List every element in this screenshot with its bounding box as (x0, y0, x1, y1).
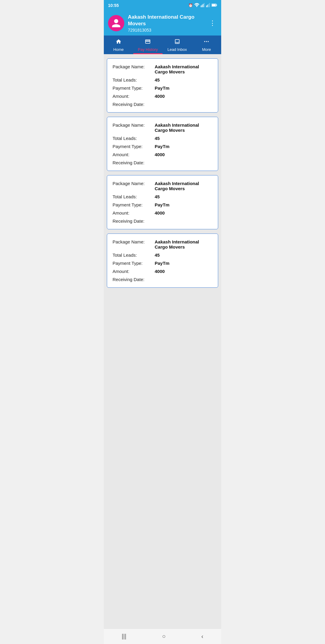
card-1-payment-value: PayTm (155, 85, 212, 91)
tab-lead-inbox[interactable]: Lead Inbox (162, 36, 192, 54)
card-3-amount-value: 4000 (155, 210, 212, 215)
card-4-package-row: Package Name: Aakash International Cargo… (113, 239, 212, 249)
card-2-leads-value: 45 (155, 136, 212, 141)
card-3-package-row: Package Name: Aakash International Cargo… (113, 181, 212, 191)
card-3-date-row: Receiving Date: (113, 218, 212, 224)
card-3-amount-row: Amount: 4000 (113, 210, 212, 215)
card-4-date-label: Receiving Date: (113, 277, 155, 282)
card-4-package-label: Package Name: (113, 239, 155, 244)
svg-rect-4 (206, 5, 207, 7)
card-2-package-value: Aakash International Cargo Movers (155, 122, 212, 133)
svg-rect-7 (209, 3, 210, 7)
header: Aakash International Cargo Movers 729181… (104, 11, 221, 36)
tab-pay-history[interactable]: Pay History (133, 36, 163, 54)
card-2-payment-label: Payment Type: (113, 144, 155, 149)
card-3-leads-value: 45 (155, 194, 212, 199)
avatar-icon (111, 18, 121, 28)
card-3-payment-value: PayTm (155, 202, 212, 207)
card-2-date-label: Receiving Date: (113, 160, 155, 165)
card-1-package-value: Aakash International Cargo Movers (155, 64, 212, 74)
battery-icon (212, 3, 217, 8)
card-icon (145, 39, 151, 46)
payment-card-2: Package Name: Aakash International Cargo… (107, 117, 218, 171)
card-2-package-label: Package Name: (113, 122, 155, 128)
wifi-icon (194, 3, 200, 8)
card-4-payment-value: PayTm (155, 261, 212, 266)
card-4-leads-value: 45 (155, 252, 212, 258)
card-1-leads-value: 45 (155, 77, 212, 82)
alarm-icon: ⏰ (188, 3, 193, 8)
card-1-date-label: Receiving Date: (113, 102, 155, 107)
card-2-amount-value: 4000 (155, 152, 212, 157)
card-4-payment-label: Payment Type: (113, 261, 155, 266)
header-info: Aakash International Cargo Movers 729181… (128, 14, 204, 33)
svg-rect-1 (202, 5, 203, 7)
card-3-amount-label: Amount: (113, 210, 155, 215)
svg-point-11 (204, 41, 205, 42)
card-1-leads-row: Total Leads: 45 (113, 77, 212, 82)
card-1-amount-row: Amount: 4000 (113, 94, 212, 99)
signal2-icon (206, 3, 210, 8)
tab-lead-inbox-label: Lead Inbox (168, 47, 187, 52)
card-3-package-value: Aakash International Cargo Movers (155, 181, 212, 191)
payment-card-3: Package Name: Aakash International Cargo… (107, 175, 218, 229)
card-1-package-label: Package Name: (113, 64, 155, 69)
card-4-payment-row: Payment Type: PayTm (113, 261, 212, 266)
svg-point-12 (206, 41, 207, 42)
payment-card-1: Package Name: Aakash International Cargo… (107, 58, 218, 113)
svg-rect-9 (216, 4, 217, 6)
inbox-icon (174, 39, 180, 46)
home-icon (116, 39, 122, 46)
card-3-leads-row: Total Leads: 45 (113, 194, 212, 199)
card-3-payment-label: Payment Type: (113, 202, 155, 207)
nav-tabs: Home Pay History Lead Inbox More (104, 36, 221, 54)
content-area: Package Name: Aakash International Cargo… (104, 54, 221, 628)
card-1-package-row: Package Name: Aakash International Cargo… (113, 64, 212, 74)
card-3-payment-row: Payment Type: PayTm (113, 202, 212, 207)
signal-icon (201, 3, 205, 8)
card-2-package-row: Package Name: Aakash International Cargo… (113, 122, 212, 133)
bottom-menu-button[interactable]: ||| (122, 633, 126, 640)
tab-pay-history-label: Pay History (138, 47, 158, 52)
tab-more[interactable]: More (192, 36, 221, 54)
card-4-leads-row: Total Leads: 45 (113, 252, 212, 258)
card-1-amount-value: 4000 (155, 94, 212, 99)
avatar (108, 15, 124, 31)
card-1-leads-label: Total Leads: (113, 77, 155, 82)
card-4-date-row: Receiving Date: (113, 277, 212, 282)
card-4-amount-row: Amount: 4000 (113, 269, 212, 274)
card-1-payment-label: Payment Type: (113, 85, 155, 91)
tab-more-label: More (202, 47, 211, 52)
card-2-leads-row: Total Leads: 45 (113, 136, 212, 141)
header-menu-button[interactable]: ⋮ (208, 18, 217, 28)
status-time: 10:55 (108, 3, 119, 8)
tab-home[interactable]: Home (104, 36, 133, 54)
card-2-leads-label: Total Leads: (113, 136, 155, 141)
more-icon (203, 39, 209, 46)
card-1-date-row: Receiving Date: (113, 102, 212, 107)
company-phone: 7291813053 (128, 28, 204, 33)
card-2-amount-row: Amount: 4000 (113, 152, 212, 157)
card-4-amount-label: Amount: (113, 269, 155, 274)
bottom-home-button[interactable]: ○ (162, 633, 166, 640)
card-3-date-label: Receiving Date: (113, 218, 155, 224)
company-name: Aakash International Cargo Movers (128, 14, 204, 27)
card-4-package-value: Aakash International Cargo Movers (155, 239, 212, 249)
card-2-payment-row: Payment Type: PayTm (113, 144, 212, 149)
svg-point-13 (208, 41, 209, 42)
card-3-package-label: Package Name: (113, 181, 155, 186)
bottom-bar: ||| ○ ‹ (104, 628, 221, 644)
card-2-payment-value: PayTm (155, 144, 212, 149)
bottom-back-button[interactable]: ‹ (201, 633, 203, 640)
tab-home-label: Home (113, 47, 124, 52)
card-2-date-row: Receiving Date: (113, 160, 212, 165)
payment-card-4: Package Name: Aakash International Cargo… (107, 234, 218, 288)
card-3-leads-label: Total Leads: (113, 194, 155, 199)
svg-rect-5 (207, 5, 208, 7)
card-4-leads-label: Total Leads: (113, 252, 155, 258)
status-icons: ⏰ (188, 3, 217, 8)
svg-rect-3 (204, 3, 205, 7)
card-4-amount-value: 4000 (155, 269, 212, 274)
card-1-payment-row: Payment Type: PayTm (113, 85, 212, 91)
status-bar: 10:55 ⏰ (104, 0, 221, 11)
